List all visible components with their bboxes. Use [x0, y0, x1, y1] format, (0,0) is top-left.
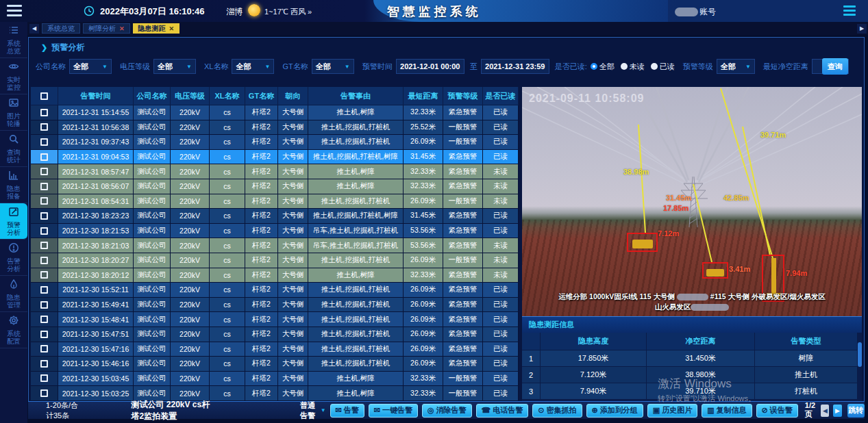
sidebar-item-隐患管理[interactable]: 隐患管理 — [0, 276, 27, 312]
table-row[interactable]: 2021-12-30 15:03:25测试公司220kVcs杆塔2大号侧推土机,… — [31, 386, 519, 401]
checkbox-icon[interactable] — [40, 123, 48, 131]
button-复制信息[interactable]: ▥复制信息 — [702, 404, 752, 418]
checkbox-icon[interactable] — [40, 197, 48, 205]
checkbox-icon[interactable] — [40, 389, 48, 397]
checkbox-icon[interactable] — [40, 153, 48, 161]
sidebar-item-实时监控[interactable]: 实时监控 — [0, 58, 27, 94]
tab-1[interactable]: 系统总览 — [42, 23, 80, 34]
read-radio-2[interactable]: 已读 — [651, 62, 675, 72]
tab-2[interactable]: 树障分析✕ — [83, 23, 130, 34]
sidebar-item-系统总览[interactable]: 系统总览 — [0, 22, 27, 58]
table-row[interactable]: 2021-12-30 18:20:12测试公司220kVcs杆塔2大号侧推土机,… — [31, 268, 519, 283]
checkbox-icon[interactable] — [40, 183, 48, 190]
company-select[interactable]: 全部▼ — [69, 59, 112, 74]
checkbox-icon[interactable] — [40, 92, 48, 100]
row-checkbox-cell[interactable] — [31, 253, 58, 268]
row-checkbox-cell[interactable] — [31, 298, 58, 313]
row-checkbox-cell[interactable] — [31, 150, 58, 165]
sidebar-item-隐患报备[interactable]: 隐患报备 — [0, 167, 27, 203]
table-row[interactable]: 2021-12-31 08:54:31测试公司220kVcs杆塔2大号侧推土机,… — [31, 194, 519, 209]
button-历史图片[interactable]: ▣历史图片 — [647, 404, 697, 418]
checkbox-icon[interactable] — [40, 345, 48, 352]
checkbox-icon[interactable] — [40, 286, 48, 294]
scrollbar[interactable] — [858, 333, 862, 401]
button-误告警[interactable]: ⊘误告警 — [756, 404, 798, 418]
row-checkbox-cell[interactable] — [31, 372, 58, 387]
read-radio-0[interactable]: 全部 — [591, 62, 615, 72]
row-checkbox-cell[interactable] — [31, 224, 58, 239]
alarm-type-dropdown[interactable]: 普通告警▼ — [300, 400, 325, 421]
level-select[interactable]: 全部▼ — [717, 59, 755, 74]
sidebar-item-预警分析[interactable]: 预警分析 — [0, 203, 27, 240]
prev-page-button[interactable]: ◀ — [821, 405, 829, 417]
menu-list-icon[interactable] — [843, 5, 856, 16]
row-checkbox-cell[interactable] — [31, 386, 58, 401]
jump-button[interactable]: 跳转 — [847, 404, 865, 418]
row-checkbox-cell[interactable] — [31, 179, 58, 194]
table-row[interactable]: 2021-12-30 15:47:51测试公司220kVcs杆塔2大号侧推土机,… — [31, 327, 519, 342]
table-row[interactable]: 2021-12-30 18:20:27测试公司220kVcs杆塔2大号侧推土机,… — [31, 253, 519, 268]
sidebar-item-图片轮播[interactable]: 图片轮播 — [0, 94, 27, 131]
table-row[interactable]: 2021-12-30 18:21:03测试公司220kVcs杆塔2大号侧吊车,推… — [31, 238, 519, 253]
checkbox-icon[interactable] — [40, 316, 48, 323]
tab-3[interactable]: 隐患测距✕ — [133, 23, 180, 34]
row-checkbox-cell[interactable] — [31, 209, 58, 224]
table-row[interactable]: 2021-12-31 09:04:53测试公司220kVcs杆塔2大号侧推土机,… — [31, 150, 519, 165]
hazard-row[interactable]: 37.940米39.710米打桩机 — [522, 383, 862, 400]
row-checkbox-cell[interactable] — [31, 105, 58, 120]
checkbox-icon[interactable] — [40, 227, 48, 235]
table-row[interactable]: 2021-12-30 15:52:11测试公司220kVcs杆塔2大号侧推土机,… — [31, 283, 519, 298]
row-checkbox-cell[interactable] — [31, 327, 58, 342]
table-row[interactable]: 2021-12-30 18:21:53测试公司220kVcs杆塔2大号侧吊车,推… — [31, 224, 519, 239]
checkbox-icon[interactable] — [40, 168, 48, 175]
button-电话告警[interactable]: ☎电话告警 — [476, 404, 529, 418]
tabs-scroll-left-icon[interactable]: ◀ — [29, 24, 39, 34]
row-checkbox-cell[interactable] — [31, 238, 58, 253]
row-checkbox-cell[interactable] — [31, 342, 58, 357]
checkbox-icon[interactable] — [40, 109, 48, 116]
button-添加到分组[interactable]: ⊕添加到分组 — [586, 404, 643, 418]
checkbox-icon[interactable] — [40, 212, 48, 220]
time-from-input[interactable]: 2021-12-01 00:00 — [396, 59, 464, 74]
checkbox-icon[interactable] — [40, 242, 48, 249]
checkbox-icon[interactable] — [40, 301, 48, 309]
table-row[interactable]: 2021-12-30 18:23:23测试公司220kVcs杆塔2大号侧推土机,… — [31, 209, 519, 224]
table-row[interactable]: 2021-12-30 15:49:41测试公司220kVcs杆塔2大号侧推土机,… — [31, 298, 519, 313]
row-checkbox-cell[interactable] — [31, 120, 58, 136]
tab-close-icon[interactable]: ✕ — [119, 25, 125, 32]
read-radio-1[interactable]: 未读 — [621, 62, 645, 72]
camera-image[interactable]: 2021-09-11 10:58:09 39.71m38.98m31.45m17… — [522, 87, 862, 316]
checkbox-icon[interactable] — [40, 331, 48, 338]
button-密集抓拍[interactable]: ⊙密集抓拍 — [532, 404, 582, 418]
checkbox-icon[interactable] — [40, 271, 48, 279]
table-row[interactable]: 2021-12-31 09:37:43测试公司220kVcs杆塔2大号侧推土机,… — [31, 135, 519, 150]
row-checkbox-cell[interactable] — [31, 357, 58, 372]
hazard-row[interactable]: 117.850米31.450米树障 — [522, 350, 862, 367]
table-row[interactable]: 2021-12-31 08:57:47测试公司220kVcs杆塔2大号侧推土机,… — [31, 164, 519, 179]
tab-close-icon[interactable]: ✕ — [169, 25, 175, 32]
query-button[interactable]: 查询 — [822, 58, 848, 75]
gt-select[interactable]: 全部▼ — [312, 59, 354, 74]
table-row[interactable]: 2021-12-30 15:47:16测试公司220kVcs杆塔2大号侧推土机,… — [31, 342, 519, 357]
table-row[interactable]: 2021-12-30 15:48:41测试公司220kVcs杆塔2大号侧推土机,… — [31, 312, 519, 327]
checkbox-icon[interactable] — [40, 257, 48, 264]
checkbox-icon[interactable] — [40, 138, 48, 146]
time-to-input[interactable]: 2021-12-31 23:59 — [481, 59, 549, 74]
xl-select[interactable]: 全部▼ — [232, 59, 274, 74]
select-all-checkbox-cell[interactable] — [31, 87, 58, 105]
checkbox-icon[interactable] — [40, 374, 48, 382]
tabs-scroll-right-icon[interactable]: ▶ — [857, 24, 867, 34]
table-row[interactable]: 2021-12-30 15:46:16测试公司220kVcs杆塔2大号侧推土机,… — [31, 357, 519, 372]
button-一键告警[interactable]: ✉一键告警 — [369, 404, 418, 418]
sidebar-item-系统配置[interactable]: 系统配置 — [0, 312, 27, 348]
sidebar-item-告警分析[interactable]: 告警分析 — [0, 240, 27, 276]
button-告警[interactable]: ✉告警 — [330, 404, 364, 418]
row-checkbox-cell[interactable] — [31, 194, 58, 209]
next-page-button[interactable]: ▶ — [833, 405, 841, 417]
table-row[interactable]: 2021-12-30 15:03:45测试公司220kVcs杆塔2大号侧推土机,… — [31, 372, 519, 387]
row-checkbox-cell[interactable] — [31, 283, 58, 298]
row-checkbox-cell[interactable] — [31, 164, 58, 179]
voltage-select[interactable]: 全部▼ — [153, 59, 196, 74]
sidebar-item-查询统计[interactable]: 查询统计 — [0, 131, 27, 167]
row-checkbox-cell[interactable] — [31, 268, 58, 283]
